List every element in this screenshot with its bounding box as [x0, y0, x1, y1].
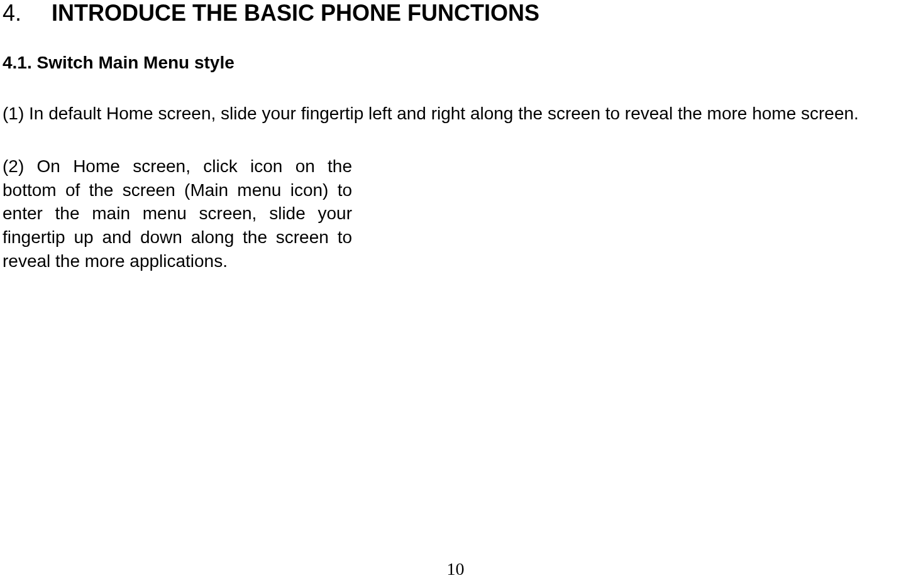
section-heading: 4. INTRODUCE THE BASIC PHONE FUNCTIONS [0, 0, 911, 26]
page-number: 10 [0, 559, 911, 579]
section-number: 4. [3, 0, 21, 26]
section-title: INTRODUCE THE BASIC PHONE FUNCTIONS [52, 0, 539, 26]
subsection-heading: 4.1. Switch Main Menu style [0, 53, 911, 73]
paragraph-1: (1) In default Home screen, slide your f… [0, 102, 911, 126]
paragraph-2: (2) On Home screen, click icon on the bo… [0, 155, 352, 273]
